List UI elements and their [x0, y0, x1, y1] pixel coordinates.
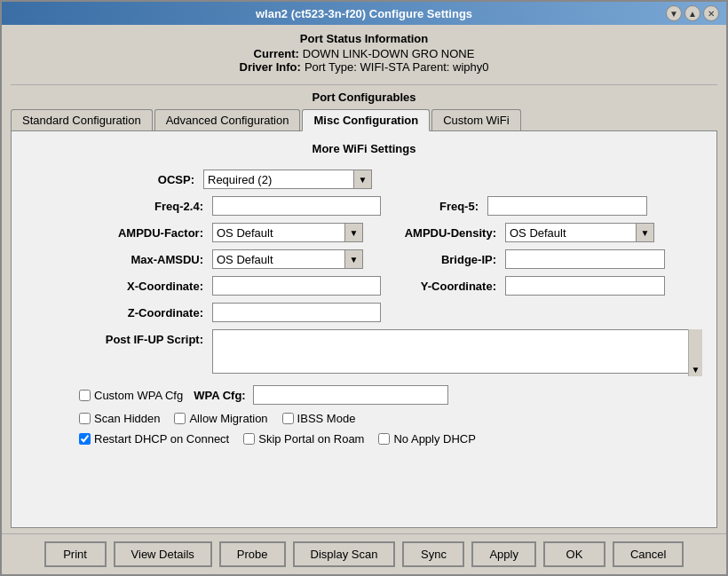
custom-wpa-cfg-checkbox-label[interactable]: Custom WPA Cfg	[79, 389, 183, 402]
view-details-button[interactable]: View Details	[114, 541, 212, 567]
print-button[interactable]: Print	[44, 541, 107, 567]
allow-migration-checkbox[interactable]	[174, 413, 186, 424]
tab-content-misc: More WiFi Settings OCSP: Disabled Requir…	[11, 130, 717, 528]
x-coord-input[interactable]: 0	[212, 276, 381, 296]
wpa-cfg-label: WPA Cfg:	[194, 389, 245, 402]
tab-content-title: More WiFi Settings	[26, 142, 702, 155]
title-bar-buttons: ▼ ▲ ✕	[666, 5, 719, 21]
tab-advanced[interactable]: Advanced Configuration	[154, 109, 301, 131]
driver-label: Driver Info:	[240, 60, 301, 74]
checkbox-row-1: Scan Hidden Allow Migration IBSS Mode	[79, 412, 702, 425]
ok-button[interactable]: OK	[543, 541, 605, 567]
ocsp-select[interactable]: Disabled Required (1) Required (2) Requi…	[203, 170, 354, 189]
bridge-ip-input[interactable]: 0.0.0.0	[505, 249, 665, 269]
ampdu-factor-select[interactable]: OS Default Factor-0 Factor-1	[212, 223, 345, 242]
max-amsdu-label: Max-AMSDU:	[79, 253, 203, 266]
current-label: Current:	[254, 47, 299, 60]
freq24-input[interactable]: 0xffffffff	[212, 196, 381, 216]
y-coord-input[interactable]: 0	[505, 276, 665, 296]
display-scan-button[interactable]: Display Scan	[293, 541, 396, 567]
ibss-mode-label[interactable]: IBSS Mode	[282, 412, 356, 425]
ocsp-label: OCSP:	[79, 173, 194, 186]
tab-standard[interactable]: Standard Configuration	[11, 109, 153, 131]
port-status-section: Port Status Information Current: DOWN LI…	[11, 32, 717, 74]
allow-migration-label[interactable]: Allow Migration	[174, 412, 267, 425]
minimize-button[interactable]: ▼	[666, 5, 682, 21]
custom-wpa-cfg-checkbox[interactable]	[79, 390, 91, 401]
restart-dhcp-checkbox[interactable]	[79, 433, 91, 445]
main-window: wlan2 (ct523-3n-f20) Configure Settings …	[0, 0, 728, 576]
scan-hidden-checkbox[interactable]	[79, 413, 91, 424]
close-button[interactable]: ✕	[703, 5, 719, 21]
sync-button[interactable]: Sync	[402, 541, 464, 567]
z-coord-label: Z-Coordinate:	[79, 306, 203, 320]
post-ifup-wrapper: ▼	[212, 329, 702, 376]
bridge-ip-label: Bridge-IP:	[390, 253, 496, 266]
port-configurables-title: Port Configurables	[11, 91, 717, 104]
ampdu-density-select[interactable]: OS Default Density-0 Density-1	[505, 223, 637, 242]
tab-custom-wifi[interactable]: Custom WiFi	[431, 109, 520, 131]
status-divider	[11, 84, 717, 85]
freq24-label: Freq-2.4:	[79, 200, 203, 213]
driver-value: Port Type: WIFI-STA Parent: wiphy0	[305, 60, 489, 74]
y-coord-label: Y-Coordinate:	[390, 280, 496, 293]
tab-misc[interactable]: Misc Configuration	[302, 109, 430, 131]
max-amsdu-dropdown-btn[interactable]: ▼	[345, 249, 363, 269]
x-coord-label: X-Coordinate:	[79, 280, 203, 293]
current-value: DOWN LINK-DOWN GRO NONE	[303, 47, 475, 60]
skip-portal-checkbox[interactable]	[243, 433, 255, 445]
freq5-input[interactable]: 0xffffffff	[487, 196, 647, 216]
window-title: wlan2 (ct523-3n-f20) Configure Settings	[62, 7, 666, 20]
ampdu-factor-dropdown-btn[interactable]: ▼	[345, 223, 363, 242]
ocsp-dropdown-btn[interactable]: ▼	[354, 170, 372, 189]
custom-wpa-cfg-label: Custom WPA Cfg	[94, 389, 183, 402]
bottom-bar: Print View Details Probe Display Scan Sy…	[2, 533, 726, 574]
maximize-button[interactable]: ▲	[684, 5, 700, 21]
ampdu-density-dropdown-btn[interactable]: ▼	[637, 223, 654, 242]
apply-button[interactable]: Apply	[471, 541, 536, 567]
z-coord-input[interactable]: 0	[212, 303, 381, 322]
post-ifup-label: Post IF-UP Script:	[79, 329, 203, 346]
current-row: Current: DOWN LINK-DOWN GRO NONE	[11, 47, 717, 60]
title-bar: wlan2 (ct523-3n-f20) Configure Settings …	[2, 2, 726, 25]
driver-row: Driver Info: Port Type: WIFI-STA Parent:…	[11, 60, 717, 74]
cancel-button[interactable]: Cancel	[613, 541, 684, 567]
scroll-indicator: ▼	[692, 365, 700, 375]
tabs-bar: Standard Configuration Advanced Configur…	[11, 109, 717, 131]
skip-portal-label[interactable]: Skip Portal on Roam	[243, 432, 364, 446]
wpa-cfg-input[interactable]	[253, 385, 448, 405]
post-ifup-textarea[interactable]	[212, 329, 702, 374]
wpa-row: Custom WPA Cfg WPA Cfg:	[79, 385, 702, 405]
scan-hidden-label[interactable]: Scan Hidden	[79, 412, 160, 425]
ampdu-factor-label: AMPDU-Factor:	[79, 226, 203, 240]
main-content: Port Status Information Current: DOWN LI…	[2, 25, 726, 533]
max-amsdu-select[interactable]: OS Default 3839 7935	[212, 249, 345, 269]
restart-dhcp-label[interactable]: Restart DHCP on Connect	[79, 432, 229, 446]
no-apply-dhcp-label[interactable]: No Apply DHCP	[378, 432, 475, 446]
textarea-scrollbar[interactable]: ▼	[688, 329, 702, 376]
probe-button[interactable]: Probe	[219, 541, 286, 567]
freq5-label: Freq-5:	[390, 200, 479, 213]
no-apply-dhcp-checkbox[interactable]	[378, 433, 390, 445]
checkbox-row-2: Restart DHCP on Connect Skip Portal on R…	[79, 432, 702, 446]
port-status-title: Port Status Information	[11, 32, 717, 45]
ibss-mode-checkbox[interactable]	[282, 413, 294, 424]
ampdu-density-label: AMPDU-Density:	[390, 226, 496, 240]
